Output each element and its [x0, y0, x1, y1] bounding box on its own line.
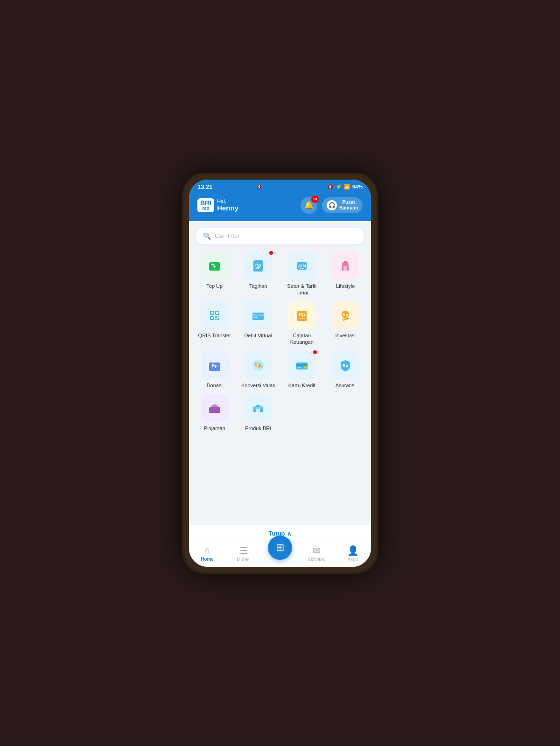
kartu-icon: [288, 351, 316, 379]
nav-mutasi[interactable]: ☰ Mutasi: [225, 545, 262, 562]
svg-rect-34: [298, 367, 301, 368]
svg-rect-12: [216, 312, 218, 314]
phone-frame: 13.21 🔇 🔵 ▶ • 🔇 ⚡ 📶 64% BRI mo: [182, 173, 378, 574]
lifestyle-icon: [331, 252, 359, 280]
konversi-label: Konversi Valas: [241, 382, 275, 389]
lifestyle-label: Lifestyle: [336, 283, 355, 289]
svg-text:Rp: Rp: [343, 313, 348, 317]
tagihan-item[interactable]: Rp Tagihan: [239, 252, 278, 296]
topup-icon: +: [201, 252, 229, 280]
catatan-item[interactable]: Rp Catatan Keuangan: [283, 301, 321, 346]
nav-akun[interactable]: 👤 Akun: [335, 545, 371, 562]
topup-item[interactable]: + Top Up: [196, 252, 234, 296]
donasi-item[interactable]: Rp Donasi: [196, 351, 234, 389]
mo-text: mo: [203, 206, 210, 211]
chevron-up-icon: ∧: [287, 530, 292, 537]
debit-label: Debit Virtual: [244, 332, 272, 339]
akun-icon: 👤: [347, 545, 359, 556]
kartu-label: Kartu Kredit: [288, 382, 315, 389]
tagihan-label: Tagihan: [249, 283, 267, 289]
bri-text: BRI: [200, 200, 211, 206]
signal-icon: 🔇: [257, 184, 262, 189]
search-placeholder: Cari Fitur: [215, 232, 239, 239]
konversi-item[interactable]: $Rp Konversi Valas: [239, 351, 278, 389]
svg-rect-20: [252, 314, 264, 316]
donasi-icon: Rp: [201, 351, 229, 379]
svg-text:ATM: ATM: [298, 264, 306, 268]
produk-icon: [244, 394, 272, 422]
bottom-nav: ⌂ Home ☰ Mutasi ⊞ ✉ Aktivitas 👤 Akun: [189, 542, 371, 567]
headset-icon: 🎧: [327, 200, 337, 210]
svg-point-35: [304, 366, 307, 369]
mutasi-label: Mutasi: [237, 557, 250, 562]
svg-text:Rp: Rp: [299, 312, 305, 317]
notification-badge: 19: [311, 195, 319, 203]
qris-item[interactable]: QRIS Transfer: [196, 301, 234, 346]
nav-home[interactable]: ⌂ Home: [189, 545, 225, 562]
investasi-label: Investasi: [336, 332, 356, 339]
bri-logo-box: BRI mo: [197, 198, 214, 212]
aktivitas-icon: ✉: [313, 545, 321, 556]
pinjaman-icon: [201, 394, 229, 422]
svg-rect-8: [343, 266, 347, 271]
pinjaman-label: Pinjaman: [204, 425, 225, 432]
pusat-bantuan-label: PusatBantuan: [339, 200, 358, 211]
bri-logo: BRI mo Hai, Henny: [197, 198, 238, 212]
qris-icon: [201, 301, 229, 329]
topup-label: Top Up: [206, 283, 223, 289]
svg-rect-15: [215, 316, 217, 318]
search-icon: 🔍: [203, 232, 211, 240]
nav-qris-center[interactable]: ⊞: [262, 547, 298, 560]
svg-rect-40: [256, 409, 260, 412]
setor-item[interactable]: ATM Setor & Tarik Tunai: [283, 252, 321, 296]
catatan-icon: Rp: [288, 301, 316, 329]
header-actions: 🔔 19 🎧 PusatBantuan: [301, 197, 363, 214]
qris-center-button[interactable]: ⊞: [268, 536, 292, 560]
feature-grid: + Top Up Rp Tagihan ATM: [196, 252, 364, 432]
svg-text:Rp: Rp: [343, 363, 348, 368]
asuransi-item[interactable]: Rp Asuransi: [327, 351, 365, 389]
mute-icon: 🔇: [327, 184, 334, 190]
pusat-bantuan-button[interactable]: 🎧 PusatBantuan: [322, 197, 363, 213]
notification-button[interactable]: 🔔 19: [301, 197, 317, 214]
svg-rect-16: [218, 316, 219, 317]
akun-label: Akun: [348, 557, 358, 562]
svg-rect-17: [215, 319, 217, 320]
svg-rect-39: [213, 404, 217, 407]
svg-rect-41: [255, 407, 261, 409]
svg-rect-7: [300, 268, 304, 269]
debit-item[interactable]: Debit Virtual: [239, 301, 278, 346]
lifestyle-item[interactable]: Lifestyle: [327, 252, 365, 296]
investasi-item[interactable]: Rp Investasi: [327, 301, 365, 346]
debit-icon: [244, 301, 272, 329]
qris-label: QRIS Transfer: [198, 332, 231, 339]
clock: 13.21: [197, 183, 213, 190]
svg-rect-2: [211, 264, 214, 265]
donasi-label: Donasi: [207, 382, 223, 389]
produk-item[interactable]: Produk BRI: [239, 394, 278, 432]
investasi-icon: Rp: [331, 301, 359, 329]
svg-rect-10: [211, 312, 213, 314]
aktivitas-label: Aktivitas: [308, 557, 325, 562]
app-header: BRI mo Hai, Henny 🔔 19 🎧 PusatBantuan: [189, 192, 371, 221]
setor-label: Setor & Tarik Tunai: [283, 283, 321, 296]
greeting-block: Hai, Henny: [217, 198, 238, 212]
kartu-item[interactable]: Kartu Kredit: [283, 351, 321, 389]
nav-aktivitas[interactable]: ✉ Aktivitas: [298, 545, 335, 562]
svg-rect-33: [296, 364, 308, 366]
search-bar[interactable]: 🔍 Cari Fitur: [196, 228, 364, 244]
asuransi-icon: Rp: [331, 351, 359, 379]
kartu-badge: [312, 349, 318, 355]
tagihan-icon: Rp: [244, 252, 272, 280]
user-name: Henny: [217, 204, 238, 212]
svg-rect-21: [254, 317, 258, 318]
home-label: Home: [201, 557, 214, 562]
tagihan-badge: [268, 250, 274, 256]
svg-rect-14: [211, 317, 213, 319]
qris-center-icon: ⊞: [276, 542, 284, 554]
home-icon: ⌂: [204, 545, 210, 556]
notch: [261, 180, 299, 190]
battery-text: 64%: [352, 184, 363, 189]
svg-rect-18: [217, 318, 219, 320]
pinjaman-item[interactable]: Pinjaman: [196, 394, 234, 432]
